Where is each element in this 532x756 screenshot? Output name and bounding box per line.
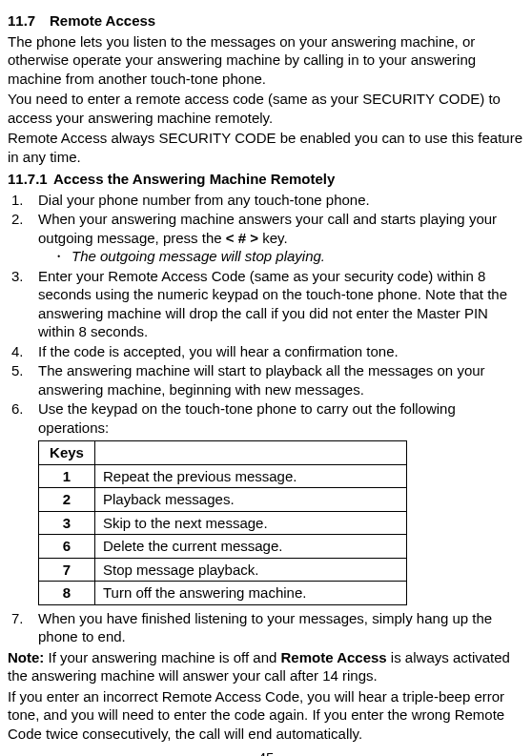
page-number: 45	[8, 748, 524, 756]
intro-p1: The phone lets you listen to the message…	[8, 32, 524, 89]
note-bold: Remote Access	[281, 649, 387, 665]
subsection-title: Access the Answering Machine Remotely	[53, 171, 335, 187]
list-item: When you have finished listening to your…	[36, 609, 524, 646]
key-cell: 7	[39, 558, 95, 582]
intro-p3: Remote Access always SECURITY CODE be en…	[8, 129, 524, 166]
table-row: 1 Repeat the previous message.	[39, 464, 407, 488]
note-p2: If you enter an incorrect Remote Access …	[8, 687, 524, 744]
table-row: 2 Playback messages.	[39, 488, 407, 512]
intro-p2: You need to enter a remote access code (…	[8, 90, 524, 127]
key-cell: 8	[39, 582, 95, 605]
subsection-heading: 11.7.1Access the Answering Machine Remot…	[8, 170, 524, 189]
section-heading: 11.7Remote Access	[8, 11, 524, 31]
desc-cell: Skip to the next message.	[95, 511, 407, 535]
list-item: When your answering machine answers your…	[36, 210, 524, 266]
section-title: Remote Access	[50, 12, 155, 29]
step-note: The outgoing message will stop playing.	[51, 247, 524, 266]
desc-cell: Playback messages.	[95, 488, 407, 512]
key-cell: 3	[39, 511, 95, 535]
table-row: 6 Delete the current message.	[39, 535, 407, 559]
table-row: 8 Turn off the answering machine.	[39, 582, 407, 605]
desc-cell: Delete the current message.	[95, 535, 407, 559]
list-item: If the code is accepted, you will hear a…	[36, 342, 524, 361]
desc-cell: Repeat the previous message.	[95, 464, 407, 488]
note-paragraph: Note: If your answering machine is off a…	[8, 648, 524, 685]
subsection-number: 11.7.1	[8, 170, 53, 189]
key-label: < # >	[226, 230, 258, 246]
list-item: Enter your Remote Access Code (same as y…	[36, 267, 524, 341]
list-item: Use the keypad on the touch-tone phone t…	[36, 399, 524, 605]
key-cell: 1	[39, 464, 95, 488]
table-header-keys: Keys	[39, 441, 95, 465]
key-cell: 6	[39, 535, 95, 559]
desc-cell: Stop message playback.	[95, 558, 407, 582]
desc-cell: Turn off the answering machine.	[95, 582, 407, 605]
list-item: The answering machine will start to play…	[36, 361, 524, 398]
key-cell: 2	[39, 488, 95, 512]
table-row: 3 Skip to the next message.	[39, 511, 407, 535]
keys-table: Keys 1 Repeat the previous message. 2 Pl…	[38, 440, 407, 605]
section-number: 11.7	[8, 11, 50, 31]
table-row: Keys	[39, 441, 407, 465]
table-row: 7 Stop message playback.	[39, 558, 407, 582]
note-label: Note:	[8, 649, 44, 665]
table-header-desc	[95, 441, 407, 465]
steps-list: Dial your phone number from any touch-to…	[8, 191, 524, 646]
list-item: Dial your phone number from any touch-to…	[36, 191, 524, 210]
